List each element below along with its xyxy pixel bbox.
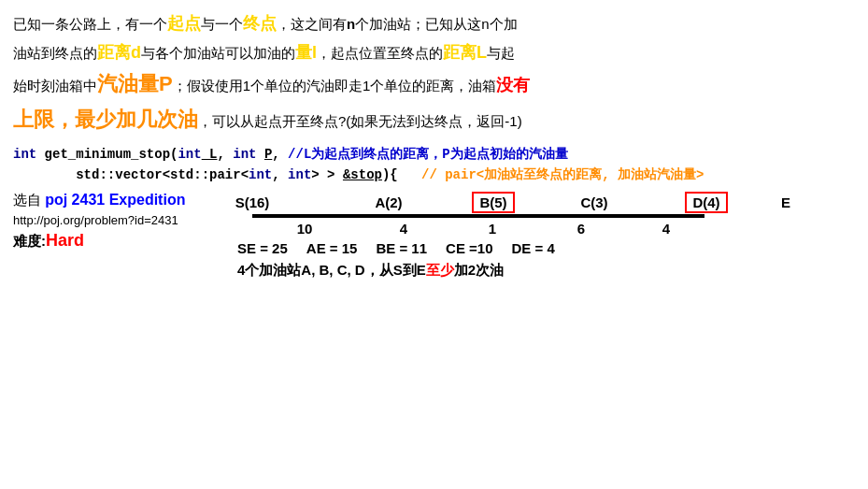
line1-mid3: 个加油站；已知从这n个加	[355, 16, 517, 32]
code-line2: std::vector<std::pair<int, int> > &stop)…	[13, 165, 855, 185]
code-keyword-int: int	[13, 147, 36, 162]
conclusion-at-least: 至少	[426, 262, 454, 278]
dist-BC: 1	[450, 221, 534, 237]
code-vector: std::vector<std::pair<	[76, 167, 249, 182]
d-highlight: 距离d	[97, 43, 141, 62]
line2-mid2: ，起点位置至终点的	[317, 45, 443, 61]
conclusion-row: 4个加油站A, B, C, D，从S到E至少加2次油	[237, 262, 855, 280]
problem-text: 已知一条公路上，有一个起点与一个终点，这之间有n个加油站；已知从这n个加 油站到…	[13, 9, 855, 137]
code-comment1: //L为起点到终点的距离，P为起点初始的汽油量	[280, 147, 568, 162]
conclusion-end: 加2次油	[454, 262, 504, 278]
code-int1: int	[249, 167, 272, 182]
line4-mid: ，可以从起点开至终点?(如果无法到达终点，返回-1)	[198, 113, 522, 129]
line2-mid3: 与起	[487, 45, 515, 61]
eq-SE: SE = 25	[237, 240, 288, 256]
eq-BE: BE = 11	[376, 240, 427, 256]
source-info: 选自 poj 2431 Expedition http://poj.org/pr…	[13, 192, 200, 251]
difficulty-line: 难度:Hard	[13, 231, 200, 251]
min-fill-highlight: 最少加几次油	[75, 108, 198, 131]
dist-SA: 10	[252, 221, 357, 237]
equations-row: SE = 25 AE = 15 BE = 11 CE =10 DE = 4	[237, 240, 855, 256]
node-C: C(3)	[566, 194, 622, 210]
difficulty-hard: Hard	[46, 231, 84, 250]
source-url: http://poj.org/problem?id=2431	[13, 213, 200, 227]
code-bracket: > >	[311, 167, 334, 182]
node-A: A(2)	[361, 194, 417, 210]
code-param1-type: int	[178, 147, 201, 162]
no-limit-highlight: 没有	[496, 76, 530, 94]
amount-highlight: 量l	[295, 43, 317, 62]
n-highlight: n	[347, 16, 355, 32]
code-brace: ){	[382, 167, 398, 182]
end-highlight: 终点	[243, 14, 277, 33]
line4-pre-highlight: 上限，	[13, 108, 75, 131]
code-param1-name: L	[202, 147, 218, 162]
source-line: 选自 poj 2431 Expedition	[13, 192, 200, 209]
code-int2: int	[288, 167, 311, 182]
node-B: B(5)	[465, 192, 521, 213]
eq-AE: AE = 15	[306, 240, 358, 256]
node-E: E	[772, 194, 800, 210]
line1-mid2: ，这之间有	[277, 16, 347, 32]
code-param2-type: int	[225, 147, 257, 162]
node-S: S(16)	[219, 194, 286, 210]
eq-CE: CE =10	[446, 240, 492, 256]
bottom-section: 选自 poj 2431 Expedition http://poj.org/pr…	[13, 192, 855, 280]
dist-CD: 6	[534, 221, 628, 237]
source-prefix: 选自	[13, 192, 41, 208]
line1-pre: 已知一条公路上，有一个	[13, 16, 167, 32]
L-highlight: 距离L	[443, 43, 487, 62]
line2-pre: 油站到终点的	[13, 45, 97, 61]
line3-mid: ；假设使用1个单位的汽油即走1个单位的距离，油箱	[173, 78, 497, 93]
eq-DE: DE = 4	[512, 240, 555, 256]
dist-DE: 4	[628, 221, 704, 237]
line2-mid1: 与各个加油站可以加油的	[141, 45, 295, 61]
start-highlight: 起点	[167, 14, 201, 33]
full-track	[252, 214, 704, 218]
code-comment2: // pair<加油站至终点的距离, 加油站汽油量>	[414, 167, 704, 182]
dist-numbers-row: 10 4 1 6 4	[252, 221, 855, 237]
code-comma1: ,	[217, 147, 224, 162]
line1-mid1: 与一个	[201, 16, 243, 32]
dist-AB: 4	[357, 221, 450, 237]
conclusion-pre: 4个加油站A, B, C, D，从S到E	[237, 262, 426, 278]
poj-link[interactable]: poj 2431 Expedition	[45, 192, 185, 208]
difficulty-label: 难度:	[13, 233, 46, 249]
code-comma3: ,	[272, 167, 288, 182]
code-comma2: ,	[272, 147, 279, 162]
node-D-label: D(4)	[685, 192, 727, 213]
P-highlight: 汽油量P	[97, 72, 173, 95]
code-param3: &stop	[343, 167, 382, 182]
line3-pre: 始时刻油箱中	[13, 78, 97, 93]
nodes-row: S(16) A(2) B(5) C(3) D(4) E	[219, 192, 855, 213]
track-line	[252, 213, 855, 219]
code-line1: int get_minimum_stop(int L, int P, //L为起…	[13, 144, 855, 165]
code-block: int get_minimum_stop(int L, int P, //L为起…	[13, 144, 855, 186]
node-B-label: B(5)	[472, 192, 514, 213]
diagram-area: S(16) A(2) B(5) C(3) D(4) E	[219, 192, 855, 280]
code-func-name: get_minimum_stop(	[36, 147, 178, 162]
node-D: D(4)	[678, 192, 734, 213]
